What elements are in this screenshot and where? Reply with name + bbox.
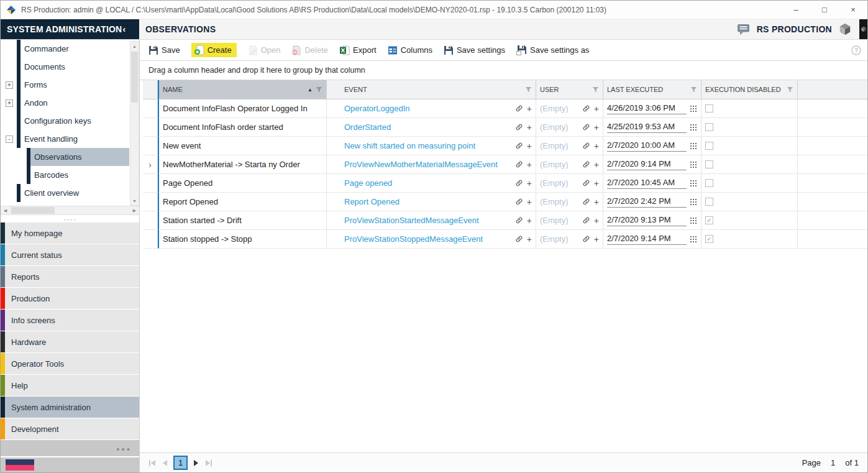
group-by-bar[interactable]: Drag a column header and drop it here to… (140, 61, 867, 80)
last-executed-cell[interactable]: 4/25/2019 9:53 AM (603, 118, 701, 137)
tree-expander-icon[interactable]: - (6, 135, 13, 143)
last-executed-cell[interactable]: 2/7/2020 10:45 AM (603, 174, 701, 193)
tree-item[interactable]: Commander (1, 40, 129, 58)
scroll-right-icon[interactable]: ▶ (130, 208, 139, 213)
execution-disabled-checkbox[interactable] (705, 160, 713, 168)
last-executed-cell[interactable]: 2/7/2020 9:13 PM (603, 211, 701, 230)
column-header-name[interactable]: NAME ▲ (158, 80, 327, 99)
table-row[interactable]: New event New shift started on measuring… (143, 137, 867, 155)
minimize-button[interactable]: – (782, 1, 810, 19)
table-row[interactable]: Station started -> Drift ProViewStationS… (143, 211, 867, 230)
feedback-chat-icon[interactable] (738, 24, 751, 35)
sidebar-nav-item[interactable]: Operator Tools (1, 353, 139, 374)
create-button[interactable]: Create (191, 43, 237, 57)
table-row[interactable]: › NewMotherMaterial -> Starta ny Order P… (143, 155, 867, 174)
table-row[interactable]: Document InfoFlash Operator Logged In Op… (143, 99, 867, 118)
event-cell[interactable]: Report Opened + (327, 193, 536, 211)
save-settings-button[interactable]: Save settings (444, 45, 505, 55)
link-icon[interactable] (515, 179, 523, 187)
table-row[interactable]: Station stopped -> Stopp ProViewStationS… (143, 230, 867, 249)
maximize-button[interactable]: □ (810, 1, 839, 19)
next-page-button[interactable] (193, 460, 199, 466)
add-icon[interactable]: + (594, 235, 599, 244)
add-icon[interactable]: + (527, 160, 532, 169)
link-icon[interactable] (582, 142, 590, 150)
user-cell[interactable]: (Empty) + (536, 174, 603, 193)
user-cell[interactable]: (Empty) + (536, 137, 603, 155)
date-picker-icon[interactable] (690, 217, 697, 224)
save-button[interactable]: Save (148, 45, 180, 55)
link-icon[interactable] (582, 160, 590, 168)
tree-expander-icon[interactable]: + (6, 99, 13, 107)
name-cell[interactable]: New event (158, 137, 327, 155)
sidebar-nav-item[interactable]: System administration (1, 397, 139, 418)
event-link[interactable]: ProViewStationStoppedMessageEvent (344, 234, 483, 244)
last-executed-cell[interactable]: 2/7/2020 9:14 PM (603, 155, 701, 174)
scroll-down-icon[interactable]: ▼ (130, 196, 139, 205)
link-icon[interactable] (582, 179, 590, 187)
link-icon[interactable] (582, 123, 590, 131)
add-icon[interactable]: + (594, 104, 599, 113)
link-icon[interactable] (515, 104, 523, 113)
user-cell[interactable]: (Empty) + (536, 230, 603, 249)
add-icon[interactable]: + (594, 160, 599, 169)
add-icon[interactable]: + (527, 123, 532, 132)
add-icon[interactable]: + (527, 104, 532, 113)
execution-disabled-checkbox[interactable] (705, 123, 713, 131)
last-executed-value[interactable]: 2/7/2020 9:14 PM (607, 159, 687, 170)
last-executed-value[interactable]: 2/7/2020 9:14 PM (607, 234, 687, 245)
tree-item[interactable]: Configuration keys (1, 112, 129, 130)
execution-disabled-checkbox[interactable] (705, 179, 713, 187)
columns-button[interactable]: Columns (388, 45, 432, 55)
tree-vertical-scrollbar[interactable]: ▲ ▼ (130, 41, 139, 206)
event-cell[interactable]: ProViewNewMotherMaterialMessageEvent + (327, 155, 536, 174)
scrollbar-thumb[interactable] (131, 52, 138, 103)
sidebar-nav-item[interactable]: Development (1, 418, 139, 439)
open-button[interactable]: Open (248, 45, 281, 55)
table-row[interactable]: Report Opened Report Opened + (Empty) + (143, 193, 867, 211)
date-picker-icon[interactable] (690, 236, 697, 243)
tree-expander-icon[interactable]: + (6, 81, 13, 89)
filter-icon[interactable] (316, 86, 322, 93)
date-picker-icon[interactable] (690, 124, 697, 131)
execution-disabled-checkbox[interactable] (705, 198, 713, 206)
close-button[interactable]: × (839, 1, 867, 19)
execution-disabled-cell[interactable] (701, 193, 798, 211)
event-link[interactable]: New shift started on measuring point (344, 141, 475, 150)
event-link[interactable]: ProViewNewMotherMaterialMessageEvent (344, 160, 498, 169)
event-link[interactable]: OrderStarted (344, 122, 391, 132)
last-executed-cell[interactable]: 4/26/2019 3:06 PM (603, 99, 701, 118)
date-picker-icon[interactable] (690, 161, 697, 168)
date-picker-icon[interactable] (690, 142, 697, 150)
link-icon[interactable] (515, 123, 523, 131)
add-icon[interactable]: + (527, 142, 532, 150)
name-cell[interactable]: Document InfoFlash order started (158, 118, 327, 137)
sidebar-nav-item[interactable]: Reports (1, 266, 139, 287)
name-cell[interactable]: Station stopped -> Stopp (158, 230, 327, 249)
link-icon[interactable] (582, 216, 590, 224)
previous-page-button[interactable] (162, 460, 168, 466)
last-executed-value[interactable]: 2/7/2020 10:00 AM (607, 140, 687, 152)
tree-item[interactable]: Observations (1, 148, 129, 166)
scrollbar-thumb[interactable] (11, 207, 55, 214)
user-cell[interactable]: (Empty) + (536, 118, 603, 137)
current-page-button[interactable]: 1 (173, 456, 188, 470)
name-cell[interactable]: Report Opened (158, 193, 327, 211)
event-cell[interactable]: New shift started on measuring point + (327, 137, 536, 155)
date-picker-icon[interactable] (690, 198, 697, 206)
add-icon[interactable]: + (594, 198, 599, 206)
execution-disabled-checkbox[interactable] (705, 104, 713, 113)
add-icon[interactable]: + (594, 179, 599, 188)
table-row[interactable]: Document InfoFlash order started OrderSt… (143, 118, 867, 137)
sidebar-header[interactable]: SYSTEM ADMINISTRATION ‹ (1, 19, 139, 39)
collapse-sidebar-icon[interactable]: ‹ (122, 24, 126, 34)
execution-disabled-cell[interactable] (701, 99, 798, 118)
sidebar-nav-item[interactable]: Info screens (1, 310, 139, 331)
sidebar-splitter[interactable]: ···· (1, 215, 139, 223)
execution-disabled-cell[interactable]: ✓ (701, 211, 798, 230)
add-icon[interactable]: + (527, 179, 532, 188)
last-executed-cell[interactable]: 2/7/2020 10:00 AM (603, 137, 701, 155)
execution-disabled-cell[interactable] (701, 118, 798, 137)
execution-disabled-checkbox[interactable] (705, 142, 713, 150)
sidebar-nav-item[interactable]: Production (1, 288, 139, 309)
